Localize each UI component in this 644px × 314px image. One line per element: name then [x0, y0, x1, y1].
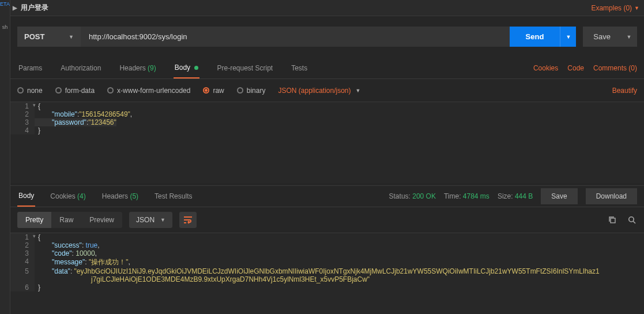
code-token: "code": [52, 249, 72, 257]
code-token: true: [86, 241, 98, 249]
code-link[interactable]: Code: [567, 64, 584, 72]
content-type-select[interactable]: JSON (application/json) ▼: [278, 87, 360, 95]
search-icon[interactable]: [627, 215, 637, 225]
size-label: Size:: [498, 192, 513, 200]
content-type-value: JSON (application/json): [278, 87, 351, 95]
resp-tab-headers[interactable]: Headers (5): [101, 186, 140, 206]
radio-xwww-label: x-www-form-urlencoded: [117, 87, 190, 95]
radio-none-label: none: [27, 87, 43, 95]
response-download-button[interactable]: Download: [586, 188, 637, 204]
body-type-row: none form-data x-www-form-urlencoded raw…: [10, 79, 644, 102]
beta-label: ETA: [0, 1, 10, 7]
radio-binary-label: binary: [247, 87, 266, 95]
tab-tests[interactable]: Tests: [290, 58, 308, 78]
copy-icon[interactable]: [607, 215, 617, 225]
request-tab-title[interactable]: ▶ 用户登录: [13, 3, 48, 13]
size-value: 444 B: [515, 192, 533, 200]
resp-tab-tests[interactable]: Test Results: [153, 186, 193, 206]
resp-tab-headers-count: (5): [130, 192, 138, 200]
response-status: Status: 200 OK Time: 4784 ms Size: 444 B…: [389, 188, 637, 204]
radio-icon: [17, 87, 24, 94]
tab-body-label: Body: [175, 63, 190, 72]
resp-tab-headers-label: Headers: [102, 192, 128, 200]
code-token: "156154286549": [79, 110, 130, 118]
chevron-down-icon: ▼: [69, 34, 74, 40]
wrap-lines-button[interactable]: [179, 212, 197, 228]
radio-binary[interactable]: binary: [237, 87, 266, 95]
tab-prerequest[interactable]: Pre-request Script: [216, 58, 274, 78]
response-view-right: [607, 215, 637, 225]
modified-dot-icon: [194, 66, 198, 70]
tab-headers-count: (9): [148, 64, 156, 72]
wrap-icon: [183, 216, 193, 224]
code-token: "123456": [88, 118, 116, 126]
response-view-row: Pretty Raw Preview JSON ▼: [10, 207, 644, 233]
code-token: 10000: [76, 249, 95, 257]
code-token: "password": [52, 118, 86, 126]
tab-body[interactable]: Body: [174, 58, 200, 78]
view-raw[interactable]: Raw: [51, 212, 81, 228]
send-button[interactable]: Send: [510, 27, 560, 47]
format-value: JSON: [136, 216, 155, 224]
radio-none[interactable]: none: [17, 87, 43, 95]
view-mode-group: Pretty Raw Preview: [17, 212, 122, 228]
code-token: "data": [52, 267, 70, 275]
tab-params[interactable]: Params: [17, 58, 43, 78]
examples-dropdown[interactable]: Examples (0) ▼: [591, 4, 639, 12]
status-label: Status:: [389, 192, 410, 200]
resp-tab-cookies-count: (4): [77, 192, 86, 200]
format-select[interactable]: JSON ▼: [129, 212, 172, 228]
radio-checked-icon: [203, 87, 209, 94]
response-body-editor[interactable]: 1{ 2"success": true, 3"code": 10000, 4"m…: [10, 233, 644, 314]
main-panel: ▶ 用户登录 Examples (0) ▼ POST ▼ Send ▼ Save…: [10, 0, 644, 314]
view-preview[interactable]: Preview: [81, 212, 122, 228]
radio-formdata[interactable]: form-data: [55, 87, 95, 95]
comments-link[interactable]: Comments (0): [593, 64, 637, 72]
view-pretty[interactable]: Pretty: [17, 212, 51, 228]
resp-tab-cookies-label: Cookies: [50, 192, 75, 200]
examples-label: Examples (0): [591, 4, 632, 12]
radio-formdata-label: form-data: [65, 87, 95, 95]
url-input[interactable]: [81, 27, 510, 47]
code-token: "eyJhbGciOiJIUzI1NiJ9.eyJqdGkiOiJVMDEiLC…: [74, 267, 600, 275]
cookies-link[interactable]: Cookies: [533, 64, 558, 72]
status-value: 200 OK: [412, 192, 436, 200]
time-value: 4784 ms: [463, 192, 489, 200]
method-select[interactable]: POST ▼: [17, 27, 81, 47]
sh-label: sh: [2, 24, 8, 30]
send-dropdown[interactable]: ▼: [560, 27, 576, 47]
response-save-button[interactable]: Save: [541, 188, 577, 204]
code-token: "success": [52, 241, 82, 249]
code-token: }: [38, 126, 40, 134]
radio-icon: [55, 87, 62, 94]
save-button[interactable]: Save: [583, 27, 621, 47]
radio-raw[interactable]: raw: [203, 87, 224, 95]
method-value: POST: [24, 32, 44, 41]
radio-icon: [107, 87, 114, 94]
radio-icon: [237, 87, 243, 94]
tab-headers-label: Headers: [119, 64, 145, 72]
chevron-down-icon: ▼: [634, 5, 639, 11]
code-token: "操作成功！": [89, 258, 129, 266]
tab-authorization[interactable]: Authorization: [59, 58, 102, 78]
code-token: j7giLCJleHAiOjE1ODE3MDE4MzB9.9xtxUpXrgaD…: [91, 275, 370, 283]
resp-tab-cookies[interactable]: Cookies (4): [49, 186, 86, 206]
code-token: {: [38, 233, 40, 241]
request-body-editor[interactable]: 1{ 2"mobile":"156154286549", 3"password"…: [10, 102, 644, 183]
time-label: Time:: [444, 192, 461, 200]
save-dropdown[interactable]: ▼: [621, 27, 637, 47]
chevron-down-icon: ▼: [356, 88, 361, 94]
code-token: }: [38, 283, 40, 291]
svg-point-1: [629, 217, 634, 222]
code-token: "message": [52, 258, 85, 266]
tab-title-text: 用户登录: [21, 3, 48, 13]
radio-raw-label: raw: [213, 87, 224, 95]
chevron-down-icon: ▼: [160, 217, 165, 223]
code-token: "mobile": [52, 110, 77, 118]
resp-tab-body[interactable]: Body: [17, 186, 35, 207]
radio-xwww[interactable]: x-www-form-urlencoded: [107, 87, 190, 95]
tab-headers[interactable]: Headers (9): [118, 58, 157, 78]
request-tab-bar: ▶ 用户登录 Examples (0) ▼: [10, 0, 644, 16]
beautify-link[interactable]: Beautify: [612, 87, 637, 95]
response-tabs: Body Cookies (4) Headers (5) Test Result…: [10, 185, 644, 207]
